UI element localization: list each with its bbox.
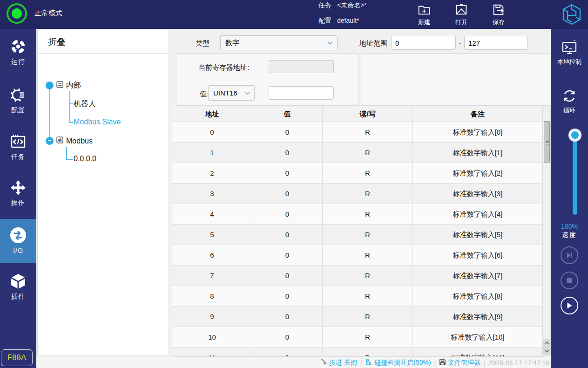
table-row[interactable]: 1 0 R 标准数字输入[1] [172,143,542,163]
speed-slider-track[interactable] [573,135,577,215]
table-scrollbar[interactable] [543,106,551,355]
cell-remark: 标准数字输入[0] [413,122,542,142]
value-label: 值: [200,90,209,99]
stop-button[interactable] [561,272,578,289]
cell-rw: R [323,245,413,265]
tree-node-modbus[interactable]: − Modbus [46,136,93,145]
value-input[interactable] [269,86,334,100]
robot-model-badge[interactable]: F88A [1,349,33,366]
speed-value: 100% [551,223,588,230]
step-arrow-icon [320,358,327,367]
table-row[interactable]: 4 0 R 标准数字输入[4] [172,204,542,225]
scroll-up-arrow-icon[interactable] [543,339,550,347]
mode-label: 正常模式 [34,9,62,18]
collision-robot-icon [365,358,372,367]
tree-line [69,122,74,123]
range-from-input[interactable] [391,36,456,50]
range-to-input[interactable] [464,36,527,50]
sidebar-item-config[interactable]: 配置 [0,87,36,115]
sidebar-item-io[interactable]: I/O [0,226,36,254]
tree-line [66,147,67,159]
sidebar-item-task[interactable]: 任务 [0,133,36,161]
table-row[interactable]: 8 0 R 标准数字输入[8] [172,286,542,307]
table-row[interactable]: 7 0 R 标准数字输入[7] [172,266,542,286]
table-row[interactable]: 3 0 R 标准数字输入[3] [172,184,542,204]
cell-rw: R [323,307,413,327]
detail-groupbox [361,53,550,106]
file-manager-button[interactable]: 文件管理器 [439,359,480,367]
type-select[interactable]: 数字 [220,35,338,50]
cell-value: 0 [252,163,323,183]
tree-node-robot[interactable]: 机器人 [74,99,96,109]
config-label: 配置 [318,17,331,24]
gear-icon [0,87,36,103]
table-row[interactable]: 10 0 R 标准数字输入[10] [172,327,542,348]
sidebar-item-operate[interactable]: 操作 [0,179,36,207]
step-forward-button[interactable] [561,246,578,264]
left-sidebar: 运行 配置 任务 [0,29,36,368]
table-row[interactable]: 9 0 R 标准数字输入[9] [172,307,542,327]
col-header-value: 值 [252,106,323,122]
cell-value: 0 [252,184,323,204]
scrollbar-thumb[interactable] [544,121,550,163]
collapse-toggle-icon[interactable]: − [46,137,54,145]
cell-value: 0 [252,143,323,163]
swap-node-icon [56,136,63,145]
cell-value: 0 [252,266,323,286]
table-row[interactable]: 11 0 R 标准数字输入[11] [172,348,542,357]
mode-status-icon[interactable] [7,3,27,24]
status-bar: 步进 关闭 | 碰撞检测开启(50%) | 文件管理器 | 2025-03-17… [36,357,551,368]
sidebar-item-run[interactable]: 运行 [0,38,36,66]
table-row[interactable]: 6 0 R 标准数字输入[6] [172,245,542,266]
cell-remark: 标准数字输入[1] [413,143,542,163]
cell-rw: R [323,266,413,286]
cell-value: 0 [252,307,323,327]
loop-button[interactable]: 循环 [551,88,588,115]
tree-node-internal[interactable]: − 内部 [46,81,81,90]
table-header-row: 地址 值 读/写 备注 [172,106,542,122]
open-button[interactable]: 打开 [448,3,474,27]
sidebar-item-plugin[interactable]: 插件 [0,273,36,301]
tree-node-ip[interactable]: 0.0.0.0 [74,155,96,163]
scroll-down-arrow-icon[interactable] [543,347,550,355]
local-control-button[interactable]: 本地控制 [551,39,588,66]
table-row[interactable]: 2 0 R 标准数字输入[2] [172,163,542,184]
cell-rw: R [323,348,413,357]
save-button[interactable]: 保存 [486,3,512,27]
cell-remark: 标准数字输入[2] [413,163,542,183]
tree-line [69,103,74,104]
new-button[interactable]: 新建 [411,3,437,27]
register-address-input[interactable] [269,60,334,73]
value-type-select[interactable]: UINT16 [208,85,255,101]
cell-address: 8 [172,286,252,306]
brand-logo-icon [560,3,583,28]
cube-icon [0,273,36,290]
cell-rw: R [323,204,413,224]
cell-address: 10 [172,327,252,347]
topbar: 正常模式 任务<未命名>* 配置default* 新建 打开 [0,0,588,29]
collapse-all-button[interactable]: 折叠 [38,30,169,54]
table-row[interactable]: 0 0 R 标准数字输入[0] [172,122,542,143]
register-address-label: 当前寄存器地址: [198,63,249,72]
register-table: 地址 值 读/写 备注 0 0 R 标准数字输入[0] 1 0 R 标准数字输入… [172,106,543,357]
tree-node-modbus-slave[interactable]: Modbus Slave [74,118,121,126]
cell-remark: 标准数字输入[4] [413,204,542,224]
play-button[interactable] [561,297,578,314]
cell-remark: 标准数字输入[11] [413,348,542,357]
table-body: 0 0 R 标准数字输入[0] 1 0 R 标准数字输入[1] 2 0 R 标准… [172,122,542,357]
cell-address: 0 [172,122,252,142]
cell-remark: 标准数字输入[3] [413,184,542,204]
cell-value: 0 [252,122,323,142]
loop-arrows-icon [551,88,588,104]
cell-value: 0 [252,245,323,265]
collapse-toggle-icon[interactable]: − [46,82,54,89]
cell-remark: 标准数字输入[8] [413,286,542,306]
table-row[interactable]: 5 0 R 标准数字输入[5] [172,225,542,245]
cell-address: 3 [172,184,252,204]
cell-rw: R [323,327,413,347]
cell-address: 2 [172,163,252,183]
step-mode-toggle[interactable]: 步进 关闭 [320,358,357,367]
collision-detection-toggle[interactable]: 碰撞检测开启(50%) [365,358,431,367]
speed-slider-knob[interactable] [568,129,581,142]
task-label: 任务 [318,1,331,9]
